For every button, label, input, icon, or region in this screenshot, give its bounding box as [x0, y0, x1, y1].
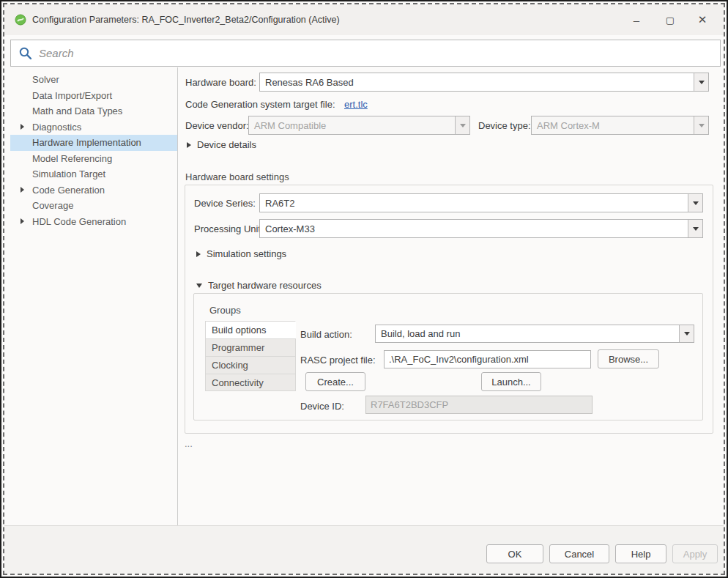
sidebar-divider — [177, 67, 178, 526]
expand-triangle-icon[interactable] — [21, 187, 24, 193]
groups-tab-list: Build options Programmer Clocking Connec… — [205, 321, 296, 391]
device-vendor-label: Device vendor: — [185, 120, 249, 131]
sidebar-item-model-referencing[interactable]: Model Referencing — [10, 151, 177, 167]
create-button[interactable]: Create... — [305, 372, 365, 391]
build-action-label: Build action: — [300, 329, 352, 340]
sidebar-item-coverage[interactable]: Coverage — [10, 198, 177, 214]
search-input[interactable] — [39, 40, 720, 66]
window-title: Configuration Parameters: RA_FOC_Inverte… — [32, 15, 340, 25]
tab-connectivity[interactable]: Connectivity — [205, 374, 296, 391]
hardware-board-settings-title: Hardware board settings — [185, 171, 289, 182]
expand-triangle-icon[interactable] — [21, 218, 24, 224]
tab-build-options[interactable]: Build options — [205, 321, 296, 338]
sidebar-item-diagnostics[interactable]: Diagnostics — [10, 119, 177, 136]
groups-label: Groups — [209, 305, 241, 316]
ert-tlc-link[interactable]: ert.tlc — [344, 99, 368, 110]
device-type-label: Device type: — [478, 120, 531, 131]
cancel-button[interactable]: Cancel — [549, 544, 609, 563]
truncation-ellipsis: ... — [185, 438, 193, 449]
rasc-project-file-input[interactable] — [384, 350, 591, 368]
dropdown-arrow-icon[interactable] — [688, 194, 702, 212]
build-action-dropdown[interactable]: Build, load and run — [375, 325, 694, 343]
help-button[interactable]: Help — [615, 544, 666, 563]
search-bar[interactable] — [10, 40, 721, 67]
dropdown-arrow-icon[interactable] — [688, 220, 702, 237]
collapse-triangle-icon — [196, 284, 202, 288]
sidebar-item-math-and-data-types[interactable]: Math and Data Types — [10, 103, 177, 119]
configuration-parameters-dialog: Configuration Parameters: RA_FOC_Inverte… — [0, 0, 728, 578]
expand-triangle-icon[interactable] — [21, 124, 24, 130]
hardware-board-dropdown[interactable]: Renesas RA6 Based — [259, 73, 709, 92]
simulink-app-icon — [15, 14, 26, 26]
dropdown-arrow-icon[interactable] — [694, 73, 708, 91]
device-type-dropdown: ARM Cortex-M — [531, 116, 709, 135]
processing-unit-dropdown[interactable]: Cortex-M33 — [259, 219, 703, 238]
hardware-board-label: Hardware board: — [185, 77, 256, 88]
simulation-settings-disclosure[interactable]: Simulation settings — [196, 248, 286, 259]
target-hardware-resources-disclosure[interactable]: Target hardware resources — [196, 280, 322, 291]
title-bar[interactable]: Configuration Parameters: RA_FOC_Inverte… — [4, 4, 724, 35]
device-id-label: Device ID: — [300, 401, 344, 412]
sidebar-item-code-generation[interactable]: Code Generation — [10, 182, 177, 199]
launch-button[interactable]: Launch... — [481, 372, 541, 391]
close-button[interactable]: ✕ — [686, 4, 719, 35]
tab-programmer[interactable]: Programmer — [205, 338, 296, 356]
dropdown-arrow-icon — [694, 116, 708, 134]
dropdown-arrow-icon[interactable] — [679, 325, 694, 342]
processing-unit-label: Processing Unit: — [194, 223, 264, 234]
sidebar-item-solver[interactable]: Solver — [10, 72, 177, 88]
search-icon — [18, 46, 33, 61]
dropdown-arrow-icon — [455, 116, 469, 134]
sidebar-item-simulation-target[interactable]: Simulation Target — [10, 166, 177, 182]
apply-button: Apply — [672, 544, 718, 563]
rasc-project-file-label: RASC project file: — [300, 355, 376, 366]
tab-clocking[interactable]: Clocking — [205, 356, 296, 374]
ok-button[interactable]: OK — [486, 544, 543, 563]
target-file-label: Code Generation system target file: — [185, 99, 335, 110]
device-vendor-dropdown: ARM Compatible — [248, 116, 470, 135]
expand-triangle-icon — [187, 142, 191, 148]
expand-triangle-icon — [196, 251, 201, 257]
device-details-disclosure[interactable]: Device details — [187, 139, 256, 150]
sidebar-item-hardware-implementation[interactable]: Hardware Implementation — [10, 135, 177, 151]
sidebar-item-hdl-code-generation[interactable]: HDL Code Generation — [10, 214, 177, 230]
footer-bar: OK Cancel Help Apply — [4, 525, 724, 574]
maximize-button[interactable]: ▢ — [653, 4, 687, 35]
minimize-button[interactable]: – — [620, 4, 653, 35]
sidebar-item-data-import-export[interactable]: Data Import/Export — [10, 88, 177, 104]
browse-button[interactable]: Browse... — [598, 349, 659, 368]
device-series-dropdown[interactable]: RA6T2 — [259, 193, 703, 212]
category-tree: Solver Data Import/Export Math and Data … — [10, 72, 177, 229]
device-series-label: Device Series: — [194, 198, 256, 209]
device-id-field — [365, 396, 593, 414]
